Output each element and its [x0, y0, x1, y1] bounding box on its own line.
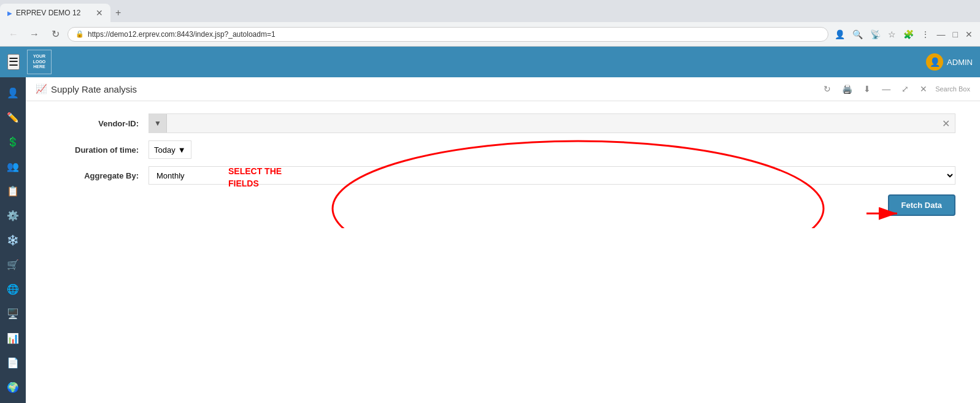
cast-icon[interactable]: 📡 — [868, 27, 883, 42]
vendor-id-row: Vendor-ID: ▼ ✕ — [50, 113, 955, 133]
sidebar-item-people[interactable]: 👥 — [2, 156, 24, 178]
sidebar-item-globe[interactable]: 🌐 — [2, 278, 24, 300]
duration-value: Today — [154, 145, 176, 155]
logo-text: YOUR LOGO HERE — [33, 54, 46, 69]
app-container: ☰ YOUR LOGO HERE 👤 ADMIN 👤 ✏️ 💲 👥 📋 ⚙️ ❄… — [0, 47, 980, 403]
lock-icon: 🔒 — [75, 30, 84, 38]
extension-icon[interactable]: 🧩 — [901, 27, 916, 42]
duration-label: Duration of time: — [50, 145, 149, 155]
vendor-id-input[interactable] — [167, 114, 937, 132]
profile-icon[interactable]: 👤 — [832, 27, 847, 42]
fetch-data-button[interactable]: Fetch Data — [888, 194, 955, 216]
duration-select-button[interactable]: Today ▼ — [149, 140, 191, 159]
sidebar-item-world[interactable]: 🌍 — [2, 376, 24, 398]
select-fields-annotation: SELECT THE FIELDS — [228, 166, 282, 190]
app-header: ☰ YOUR LOGO HERE 👤 ADMIN — [0, 47, 980, 77]
tab-title: ERPREV DEMO 12 — [16, 9, 92, 17]
search-icon[interactable]: 🔍 — [850, 27, 865, 42]
sidebar: 👤 ✏️ 💲 👥 📋 ⚙️ ❄️ 🛒 🌐 🖥️ 📊 📄 🌍 — [0, 77, 26, 403]
sidebar-item-settings[interactable]: ⚙️ — [2, 205, 24, 227]
tab-bar: ▶ ERPREV DEMO 12 ✕ + — [0, 0, 980, 22]
menu-icon[interactable]: ⋮ — [919, 27, 932, 42]
page-title-text: Supply Rate analysis — [51, 84, 137, 94]
sidebar-item-cart[interactable]: 🛒 — [2, 253, 24, 275]
download-button[interactable]: ⬇ — [860, 82, 874, 96]
admin-avatar: 👤 — [926, 53, 943, 71]
sidebar-item-user[interactable]: 👤 — [2, 82, 24, 104]
sidebar-item-list[interactable]: 📋 — [2, 180, 24, 202]
close-page-button[interactable]: ✕ — [917, 82, 930, 96]
print-button[interactable]: 🖨️ — [839, 82, 855, 96]
vendor-id-input-wrap: ▼ ✕ — [149, 113, 955, 133]
address-text: https://demo12.erprev.com:8443/index.jsp… — [88, 30, 820, 39]
forward-button[interactable]: → — [26, 26, 43, 43]
admin-label: ADMIN — [947, 58, 973, 67]
page-header: 📈 Supply Rate analysis ↻ 🖨️ ⬇ — ⤢ ✕ Sear… — [26, 77, 980, 101]
aggregate-row: Aggregate By: Monthly Weekly Daily — [50, 166, 955, 185]
app-body: 👤 ✏️ 💲 👥 📋 ⚙️ ❄️ 🛒 🌐 🖥️ 📊 📄 🌍 📈 Supply R… — [0, 77, 980, 403]
vendor-clear-button[interactable]: ✕ — [937, 114, 955, 132]
main-content: 📈 Supply Rate analysis ↻ 🖨️ ⬇ — ⤢ ✕ Sear… — [26, 77, 980, 403]
dash-button[interactable]: — — [879, 82, 893, 96]
admin-area: 👤 ADMIN — [926, 53, 973, 71]
duration-dropdown-icon: ▼ — [178, 145, 186, 155]
aggregate-label: Aggregate By: — [50, 171, 149, 180]
back-button[interactable]: ← — [5, 26, 22, 43]
new-tab-button[interactable]: + — [110, 7, 126, 18]
duration-row: Duration of time: Today ▼ — [50, 140, 955, 159]
nav-icons: 👤 🔍 📡 ☆ 🧩 ⋮ — □ ✕ — [832, 27, 975, 42]
form-area-wrapper: Vendor-ID: ▼ ✕ Duration of time: — [26, 101, 980, 228]
address-bar[interactable]: 🔒 https://demo12.erprev.com:8443/index.j… — [68, 27, 828, 42]
search-box-label: Search Box — [935, 85, 970, 93]
close-window-icon[interactable]: ✕ — [963, 27, 975, 42]
vendor-id-label: Vendor-ID: — [50, 119, 149, 128]
nav-bar: ← → ↻ 🔒 https://demo12.erprev.com:8443/i… — [0, 22, 980, 47]
minimize-icon[interactable]: — — [935, 27, 948, 42]
logo-area: YOUR LOGO HERE — [27, 50, 52, 74]
hamburger-menu-button[interactable]: ☰ — [7, 54, 20, 70]
sidebar-item-monitor[interactable]: 🖥️ — [2, 302, 24, 324]
chart-icon: 📈 — [36, 83, 47, 94]
sidebar-item-finance[interactable]: 💲 — [2, 131, 24, 153]
form-area: Vendor-ID: ▼ ✕ Duration of time: — [26, 101, 980, 228]
sidebar-item-database[interactable]: 📊 — [2, 327, 24, 349]
refresh-button[interactable]: ↻ — [820, 82, 834, 96]
fetch-button-wrap: Fetch Data — [50, 194, 955, 216]
browser-tab[interactable]: ▶ ERPREV DEMO 12 ✕ — [0, 4, 110, 22]
bookmark-icon[interactable]: ☆ — [885, 27, 898, 42]
page-title: 📈 Supply Rate analysis — [36, 83, 137, 94]
duration-control: Today ▼ — [149, 140, 955, 159]
reload-button[interactable]: ↻ — [47, 26, 64, 43]
maximize-icon[interactable]: □ — [951, 27, 960, 42]
sidebar-item-snowflake[interactable]: ❄️ — [2, 229, 24, 251]
expand-button[interactable]: ⤢ — [898, 82, 912, 96]
tab-favicon: ▶ — [7, 10, 12, 17]
page-header-actions: ↻ 🖨️ ⬇ — ⤢ ✕ Search Box — [820, 82, 970, 96]
sidebar-item-edit[interactable]: ✏️ — [2, 107, 24, 129]
tab-close-button[interactable]: ✕ — [96, 8, 103, 18]
vendor-dropdown-button[interactable]: ▼ — [149, 114, 167, 132]
vendor-id-control: ▼ ✕ — [149, 113, 955, 133]
browser-chrome: ▶ ERPREV DEMO 12 ✕ + ← → ↻ 🔒 https://dem… — [0, 0, 980, 47]
sidebar-item-document[interactable]: 📄 — [2, 351, 24, 374]
